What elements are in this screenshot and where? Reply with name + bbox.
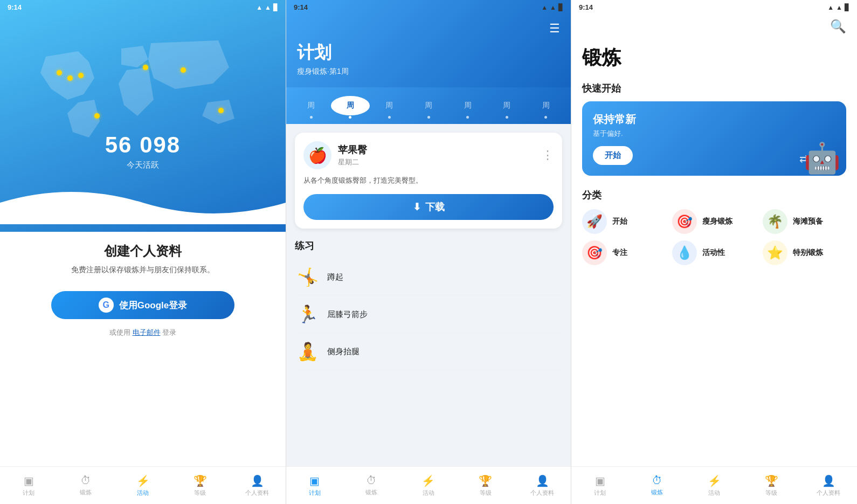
category-name-start: 开始 — [612, 217, 627, 226]
status-icons-2: ▲ ▲ ▊ — [541, 4, 563, 11]
exercise-figure-1: 🤸 — [295, 264, 321, 290]
week-1[interactable]: 周 — [292, 96, 331, 115]
exercise-item-2[interactable]: 🏃 屈膝弓箭步 — [295, 296, 562, 333]
workout-icon-2: ⏱ — [366, 474, 377, 487]
week-dot-3 — [388, 116, 391, 119]
plan-icon: ▣ — [24, 474, 34, 487]
week-dot-4 — [427, 116, 430, 119]
download-icon: ⬇ — [413, 201, 421, 213]
category-focus[interactable]: 🎯 专注 — [582, 240, 666, 265]
signal-icon-3: ▲ — [827, 4, 834, 11]
screen2-content: 🍎 苹果臀 星期二 ⋮ 从各个角度锻炼臀部，打造完美臀型。 ⬇ 下载 练习 🤸 … — [286, 124, 571, 466]
profile-label: 个人资料 — [245, 489, 269, 497]
battery-icon: ▊ — [273, 4, 278, 11]
map-dots — [13, 24, 272, 143]
nav-profile-3[interactable]: 👤 个人资料 — [800, 474, 857, 497]
profile-icon-3: 👤 — [822, 474, 835, 487]
category-beach[interactable]: 🌴 海滩预备 — [763, 209, 846, 234]
exercise-name-1: 蹲起 — [327, 272, 343, 282]
download-label: 下载 — [425, 201, 445, 213]
workout-info: 苹果臀 星期二 — [338, 143, 542, 167]
bottom-nav-2: ▣ 计划 ⏱ 锻炼 ⚡ 活动 🏆 等级 👤 个人资料 — [286, 466, 571, 504]
category-start[interactable]: 🚀 开始 — [582, 209, 666, 234]
week-7[interactable]: 周 — [526, 96, 565, 115]
nav-activity-3[interactable]: ⚡ 活动 — [686, 474, 743, 497]
screen1-bottom: 创建个人资料 免费注册以保存锻炼并与朋友们保持联系。 G 使用Google登录 … — [0, 232, 286, 466]
week-3[interactable]: 周 — [370, 96, 409, 115]
week-6[interactable]: 周 — [487, 96, 527, 115]
nav-rank-3[interactable]: 🏆 等级 — [743, 474, 800, 497]
category-name-beach: 海滩预备 — [793, 217, 823, 226]
create-profile-title: 创建个人资料 — [104, 243, 182, 260]
week-2[interactable]: 周 — [331, 96, 370, 115]
category-active[interactable]: 💧 活动性 — [672, 240, 756, 265]
rank-label: 等级 — [194, 489, 206, 497]
screen3: 9:14 ▲ ▲ ▊ 🔍 锻炼 快速开始 保持常新 基于偏好. 开始 ⇄ 🤖 分… — [571, 0, 857, 504]
status-bar-1: 9:14 ▲ ▲ ▊ — [0, 0, 286, 15]
google-login-button[interactable]: G 使用Google登录 — [51, 291, 234, 319]
filter-icon[interactable]: ☰ — [297, 22, 560, 36]
workout-label: 锻炼 — [80, 488, 92, 496]
exercise-figure-2: 🏃 — [295, 301, 321, 327]
nav-workout-2[interactable]: ⏱ 锻炼 — [343, 474, 400, 496]
exercise-item-1[interactable]: 🤸 蹲起 — [295, 259, 562, 296]
nav-activity-2[interactable]: ⚡ 活动 — [400, 474, 457, 497]
wifi-icon-3: ▲ — [836, 4, 842, 11]
search-button[interactable]: 🔍 — [830, 19, 846, 34]
plan-icon-3: ▣ — [595, 474, 605, 487]
week-dot-2 — [349, 116, 351, 119]
category-name-focus: 专注 — [612, 248, 627, 258]
nav-activity-1[interactable]: ⚡ 活动 — [114, 474, 171, 497]
workout-desc: 从各个角度锻炼臀部，打造完美臀型。 — [303, 176, 554, 185]
nav-plan-2[interactable]: ▣ 计划 — [286, 474, 343, 497]
category-icon-beach: 🌴 — [763, 209, 787, 234]
nav-rank-2[interactable]: 🏆 等级 — [457, 474, 514, 497]
plan-label-2: 计划 — [309, 489, 321, 497]
exercise-item-3[interactable]: 🧘 侧身抬腿 — [295, 333, 562, 370]
activity-icon-2: ⚡ — [421, 474, 435, 487]
nav-profile-2[interactable]: 👤 个人资料 — [514, 474, 571, 497]
status-icons-3: ▲ ▲ ▊ — [827, 4, 849, 11]
week-4[interactable]: 周 — [409, 96, 448, 115]
map-dot — [218, 108, 224, 113]
category-icon-active: 💧 — [672, 240, 697, 265]
category-slim[interactable]: 🎯 瘦身锻炼 — [672, 209, 756, 234]
week-dot-6 — [506, 116, 508, 119]
category-special[interactable]: ⭐ 特别锻炼 — [763, 240, 846, 265]
activity-icon-3: ⚡ — [708, 474, 721, 487]
map-dot — [181, 67, 186, 73]
nav-plan-3[interactable]: ▣ 计划 — [571, 474, 628, 497]
nav-plan-1[interactable]: ▣ 计划 — [0, 474, 57, 497]
battery-icon-2: ▊ — [558, 4, 563, 11]
plan-title: 计划 — [297, 41, 560, 65]
plan-label: 计划 — [23, 489, 34, 497]
screen3-content: 锻炼 快速开始 保持常新 基于偏好. 开始 ⇄ 🤖 分类 🚀 开始 🎯 瘦身锻炼 — [571, 39, 857, 466]
exercise-name-3: 侧身抬腿 — [327, 347, 360, 357]
featured-card[interactable]: 保持常新 基于偏好. 开始 ⇄ 🤖 — [582, 101, 846, 176]
bottom-nav-3: ▣ 计划 ⏱ 锻炼 ⚡ 活动 🏆 等级 👤 个人资料 — [571, 466, 857, 504]
nav-workout-3[interactable]: ⏱ 锻炼 — [628, 474, 686, 496]
nav-rank-1[interactable]: 🏆 等级 — [171, 474, 229, 497]
download-button[interactable]: ⬇ 下载 — [303, 194, 554, 220]
battery-icon-3: ▊ — [845, 4, 849, 11]
nav-workout-1[interactable]: ⏱ 锻炼 — [57, 474, 114, 496]
email-login-link[interactable]: 电子邮件 — [133, 328, 161, 336]
workout-card-header: 🍎 苹果臀 星期二 ⋮ — [303, 141, 554, 169]
week-dot-7 — [544, 116, 547, 119]
nav-profile-1[interactable]: 👤 个人资料 — [229, 474, 286, 497]
category-name-slim: 瘦身锻炼 — [702, 217, 732, 226]
week-5[interactable]: 周 — [448, 96, 487, 115]
start-button[interactable]: 开始 — [593, 146, 633, 165]
time-2: 9:14 — [294, 3, 308, 11]
exercises-title: 练习 — [295, 239, 562, 252]
workout-card-icon: 🍎 — [303, 141, 331, 169]
screen2: 9:14 ▲ ▲ ▊ ☰ 计划 瘦身锻炼·第1周 周 周 周 周 — [286, 0, 571, 504]
google-btn-text: 使用Google登录 — [119, 299, 188, 312]
map-dot — [78, 73, 84, 78]
signal-icon-2: ▲ — [541, 4, 548, 11]
more-options-button[interactable]: ⋮ — [542, 148, 554, 162]
active-label: 今天活跃 — [127, 160, 159, 170]
map-dot — [94, 113, 100, 119]
plan-subtitle: 瘦身锻炼·第1周 — [297, 67, 560, 77]
workout-card: 🍎 苹果臀 星期二 ⋮ 从各个角度锻炼臀部，打造完美臀型。 ⬇ 下载 — [295, 133, 562, 229]
